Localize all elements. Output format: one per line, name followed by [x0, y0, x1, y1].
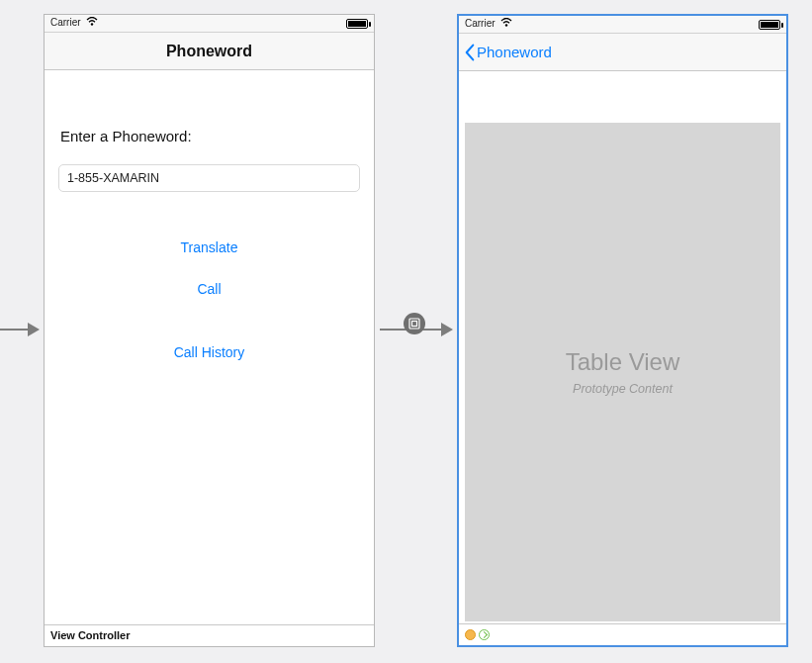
- status-bar: Carrier: [459, 16, 786, 34]
- segue-arrow-in: [0, 323, 40, 336]
- scene-footer: View Controller: [45, 624, 374, 646]
- svg-point-2: [91, 23, 93, 25]
- wifi-icon: [500, 18, 512, 30]
- call-history-button[interactable]: Call History: [45, 344, 374, 360]
- carrier-label: Carrier: [465, 18, 496, 29]
- table-view[interactable]: Table View Prototype Content: [465, 123, 780, 621]
- screen-phoneword: Carrier Phoneword Enter a Phoneword: 1-8…: [44, 14, 375, 647]
- nav-bar: Phoneword: [459, 34, 786, 71]
- table-view-title: Table View: [566, 348, 680, 376]
- screen-call-history: Carrier Phoneword Table View Prototype C…: [457, 14, 788, 647]
- translate-button[interactable]: Translate: [45, 239, 374, 255]
- svg-rect-0: [409, 319, 419, 329]
- segue-arrow: [380, 323, 453, 336]
- svg-rect-1: [412, 322, 417, 327]
- battery-icon: [759, 20, 780, 30]
- phoneword-input-value: 1-855-XAMARIN: [67, 171, 159, 185]
- table-view-subtitle: Prototype Content: [573, 382, 673, 396]
- back-button[interactable]: Phoneword: [463, 44, 552, 61]
- white-band: [459, 71, 786, 123]
- page-title: Phoneword: [45, 43, 374, 60]
- nav-bar: Phoneword: [45, 33, 374, 70]
- carrier-label: Carrier: [50, 17, 81, 28]
- phoneword-input[interactable]: 1-855-XAMARIN: [58, 164, 360, 192]
- svg-point-3: [505, 24, 507, 26]
- first-responder-icon: [465, 629, 476, 640]
- prompt-label: Enter a Phoneword:: [60, 128, 374, 144]
- scene-footer-label: View Controller: [50, 629, 130, 641]
- scene-footer: [459, 623, 786, 645]
- wifi-icon: [86, 17, 98, 29]
- back-label: Phoneword: [477, 44, 552, 60]
- status-bar: Carrier: [45, 15, 374, 33]
- call-button[interactable]: Call: [45, 281, 374, 297]
- chevron-left-icon: [463, 44, 477, 61]
- segue-icon: [404, 313, 425, 334]
- battery-icon: [346, 19, 368, 29]
- exit-icon: [479, 629, 490, 640]
